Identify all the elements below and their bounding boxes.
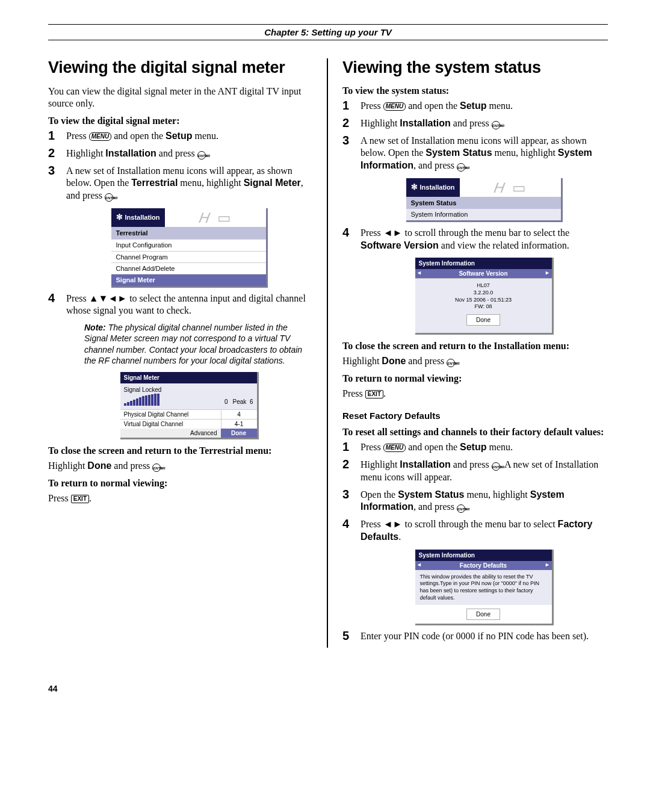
text: menu. — [486, 101, 513, 111]
reset-step-3: Open the System Status menu, highlight S… — [342, 489, 608, 514]
text: Press — [361, 228, 383, 238]
close-text-right: Highlight Done and press ENTER. — [342, 355, 608, 367]
left-intro: You can view the digital signal meter in… — [48, 85, 312, 110]
note-label: Note: — [84, 323, 106, 332]
menu-row: System Information — [406, 209, 561, 220]
enter-icon: ENTER — [447, 359, 455, 367]
text: and view the related information. — [439, 240, 569, 250]
text: menu. — [486, 442, 513, 452]
reset-step-2: Highlight Installation and press ENTER. … — [342, 459, 608, 484]
text: Highlight — [342, 356, 382, 366]
text: menu. — [192, 131, 218, 141]
ghost-icon: ▭ — [217, 208, 231, 227]
text: and press — [451, 118, 492, 128]
text: Press — [361, 519, 383, 529]
enter-icon: ENTER — [457, 163, 465, 172]
menu-row: Input Configuration — [111, 239, 266, 250]
text: to scroll through the menu bar to select… — [402, 228, 569, 238]
info-line: Nov 15 2006 - 01:51:23 — [419, 297, 548, 304]
terrestrial-menu-screenshot: Installation H▭ Terrestrial Input Config… — [111, 208, 268, 288]
text: Terrestrial — [131, 178, 178, 188]
menu-header: System Status — [406, 197, 561, 209]
peak-value: 6 — [250, 398, 253, 405]
menu-icon: MENU — [383, 444, 406, 452]
close-text: Highlight Done and press ENTER. — [48, 460, 312, 472]
text: Press — [66, 293, 89, 303]
reset-step-1: Press MENU and open the Setup menu. — [342, 441, 608, 454]
note-block: Note: The physical digital channel numbe… — [84, 322, 312, 366]
row-value: 4-1 — [221, 420, 257, 429]
text: and open the — [111, 131, 166, 141]
text: Installation — [400, 118, 450, 128]
text: System Status — [426, 147, 492, 158]
text: , and press — [413, 501, 457, 512]
return-text: Press EXIT. — [48, 492, 312, 504]
text: Press — [66, 131, 89, 141]
close-heading-right: To close the screen and return to the In… — [342, 341, 608, 352]
text: Highlight — [48, 460, 87, 471]
section-title-left: Viewing the digital signal meter — [48, 58, 312, 77]
menu-row: Channel Program — [111, 251, 266, 262]
left-howto: To view the digital signal meter: — [48, 116, 312, 126]
tab-label: Installation — [420, 183, 455, 191]
row-label: Physical Digital Channel — [120, 410, 221, 419]
left-step-4: Press ▲▼◄► to select the antenna input a… — [48, 293, 312, 439]
enter-icon: ENTER — [105, 193, 113, 202]
text: Press — [361, 101, 383, 111]
info-line: FW: 08 — [419, 303, 548, 311]
right-steps: Press MENU and open the Setup menu. High… — [342, 100, 608, 335]
left-step-2: Highlight Installation and press ENTER. — [48, 147, 312, 160]
text: and press — [111, 460, 152, 471]
text: menu, highlight — [464, 489, 530, 500]
right-step-2: Highlight Installation and press ENTER. — [342, 117, 608, 130]
text: Open the — [361, 489, 398, 500]
ghost-icon: H — [198, 208, 212, 227]
advanced-button: Advanced — [120, 429, 221, 438]
enter-icon: ENTER — [492, 121, 500, 129]
ghost-icon: H — [493, 178, 507, 197]
page-number: 44 — [48, 684, 608, 693]
right-step-3: A new set of Installation menu icons wil… — [342, 135, 608, 222]
peak-label: Peak — [233, 398, 247, 405]
reset-steps: Press MENU and open the Setup menu. High… — [342, 441, 608, 643]
system-status-menu-screenshot: Installation H▭ System Status System Inf… — [406, 178, 563, 222]
signal-value: 0 — [224, 398, 228, 406]
text: Highlight — [361, 459, 400, 470]
section-title-right: Viewing the system status — [342, 58, 608, 77]
return-heading: To return to normal viewing: — [48, 478, 312, 489]
bar-label: Factory Defaults — [424, 561, 543, 570]
text: menu, highlight — [492, 147, 558, 158]
return-heading-right: To return to normal viewing: — [342, 373, 608, 384]
ghost-icon: ▭ — [512, 178, 526, 197]
text: Press — [361, 442, 383, 452]
text: Done — [87, 460, 111, 471]
text: Setup — [460, 101, 486, 111]
panel-title: System Information — [415, 258, 552, 269]
row-label: Virtual Digital Channel — [120, 420, 221, 429]
text: to scroll through the menu bar to select — [402, 519, 557, 529]
text: Enter your PIN code (or 0000 if no PIN c… — [361, 631, 589, 641]
right-howto: To view the system status: — [342, 85, 608, 96]
exit-icon: EXIT — [365, 390, 383, 398]
text: Installation — [400, 459, 450, 470]
text: menu, highlight — [178, 178, 243, 188]
panel-title: System Information — [415, 550, 552, 561]
text: Done — [382, 356, 406, 366]
done-button: Done — [466, 609, 500, 620]
done-button: Done — [221, 429, 257, 438]
left-arrow-icon: ◄ — [415, 561, 424, 570]
right-arrow-icon: ► — [543, 561, 552, 570]
text: Press — [48, 493, 71, 503]
right-arrow-icon: ► — [543, 269, 552, 278]
info-line: HL07 — [419, 282, 548, 290]
enter-icon: ENTER — [197, 151, 206, 160]
menu-header: Terrestrial — [111, 227, 266, 239]
text: Highlight — [66, 148, 105, 158]
text: . — [398, 532, 401, 542]
reset-factory-intro: To reset all settings and channels to th… — [342, 427, 608, 438]
text: and press — [156, 148, 197, 158]
signal-bars — [124, 394, 159, 406]
row-value: 4 — [221, 410, 257, 419]
left-steps: Press MENU and open the Setup menu. High… — [48, 130, 312, 439]
chapter-title: Chapter 5: Setting up your TV — [48, 24, 608, 40]
